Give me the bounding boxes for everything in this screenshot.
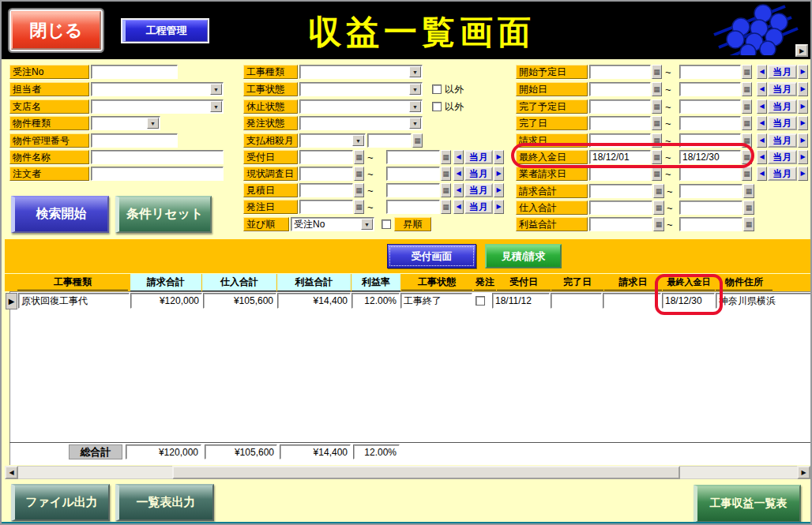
chevron-down-icon[interactable]: ▼ xyxy=(210,84,222,95)
prev-month-button[interactable]: ◀ xyxy=(757,150,767,164)
profit-total-to-input[interactable] xyxy=(679,217,742,231)
property-mgmt-no-input[interactable] xyxy=(91,133,178,148)
planned-start-date-to-input[interactable] xyxy=(679,65,741,79)
purchase-total-from-input[interactable] xyxy=(589,201,652,215)
header-expand-button[interactable]: ▶ xyxy=(795,44,808,57)
work-status-combo[interactable]: ▼ xyxy=(299,82,423,96)
end-date-from-input[interactable] xyxy=(589,116,651,130)
next-month-button[interactable]: ▶ xyxy=(494,200,504,214)
next-month-button[interactable]: ▶ xyxy=(798,167,808,181)
vendor-billing-date-to-input[interactable] xyxy=(679,167,741,181)
calendar-button[interactable]: ▦ xyxy=(652,167,662,181)
row-cell-profit-total[interactable]: ¥14,400 xyxy=(277,293,351,309)
calculator-button[interactable]: ▦ xyxy=(743,217,754,231)
calendar-button[interactable]: ▦ xyxy=(652,116,662,130)
property-type-combo[interactable]: ▼ xyxy=(91,116,160,130)
scroll-right-button[interactable]: ▶ xyxy=(797,466,810,479)
next-month-button[interactable]: ▶ xyxy=(494,150,504,164)
this-month-button[interactable]: 当月 xyxy=(768,150,797,164)
prev-month-button[interactable]: ◀ xyxy=(453,150,464,164)
payment-offset-month-input[interactable] xyxy=(367,133,412,148)
prev-month-button[interactable]: ◀ xyxy=(453,167,464,181)
row-cell-billing-total[interactable]: ¥120,000 xyxy=(130,293,202,309)
survey-date-from-input[interactable] xyxy=(299,167,353,181)
calculator-button[interactable]: ▦ xyxy=(653,201,664,215)
calendar-button[interactable]: ▦ xyxy=(441,183,451,197)
calendar-button[interactable]: ▦ xyxy=(652,65,662,79)
prev-month-button[interactable]: ◀ xyxy=(453,183,464,197)
prev-month-button[interactable]: ◀ xyxy=(757,116,767,130)
next-month-button[interactable]: ▶ xyxy=(798,99,808,114)
this-month-button[interactable]: 当月 xyxy=(464,200,493,214)
row-cell-final-deposit-date[interactable]: 18/12/30 xyxy=(662,293,715,309)
final-deposit-date-from-input[interactable] xyxy=(589,150,651,164)
calendar-button[interactable]: ▦ xyxy=(354,150,364,164)
calendar-button[interactable]: ▦ xyxy=(354,200,364,214)
property-name-input[interactable] xyxy=(91,150,224,164)
prev-month-button[interactable]: ◀ xyxy=(757,133,767,148)
chevron-down-icon[interactable]: ▼ xyxy=(409,66,421,77)
chevron-down-icon[interactable]: ▼ xyxy=(352,135,364,146)
reception-date-from-input[interactable] xyxy=(299,150,353,164)
estimate-date-to-input[interactable] xyxy=(386,183,440,197)
calculator-button[interactable]: ▦ xyxy=(653,217,664,231)
payment-offset-month-combo[interactable]: ▼ xyxy=(299,133,366,148)
record-selector[interactable]: ▶ xyxy=(6,293,17,309)
order-no-input[interactable] xyxy=(91,65,178,79)
calendar-button[interactable]: ▦ xyxy=(412,133,423,148)
row-ordered-checkbox[interactable] xyxy=(476,296,485,306)
end-date-to-input[interactable] xyxy=(679,116,741,130)
prev-month-button[interactable]: ◀ xyxy=(757,99,767,114)
calendar-button[interactable]: ▦ xyxy=(441,200,451,214)
row-cell-end-date[interactable] xyxy=(551,293,602,309)
calendar-button[interactable]: ▦ xyxy=(441,150,451,164)
calculator-button[interactable]: ▦ xyxy=(743,201,754,215)
chevron-down-icon[interactable]: ▼ xyxy=(409,118,421,129)
prev-month-button[interactable]: ◀ xyxy=(757,82,767,96)
calendar-button[interactable]: ▦ xyxy=(652,150,662,164)
next-month-button[interactable]: ▶ xyxy=(798,133,808,148)
vendor-billing-date-from-input[interactable] xyxy=(589,167,651,181)
this-month-button[interactable]: 当月 xyxy=(768,167,797,181)
billing-total-from-input[interactable] xyxy=(589,184,652,198)
estimate-invoice-button[interactable]: 見積/請求 xyxy=(485,244,562,268)
calendar-button[interactable]: ▦ xyxy=(742,150,752,164)
this-month-button[interactable]: 当月 xyxy=(768,133,797,148)
chevron-down-icon[interactable]: ▼ xyxy=(409,101,421,112)
reception-screen-button[interactable]: 受付画面 xyxy=(387,244,476,268)
this-month-button[interactable]: 当月 xyxy=(464,167,493,181)
process-management-button[interactable]: 工程管理 xyxy=(122,20,208,42)
order-date-to-input[interactable] xyxy=(386,200,440,214)
planned-end-date-to-input[interactable] xyxy=(679,99,741,114)
close-button[interactable]: 閉じる xyxy=(11,11,101,50)
purchase-total-to-input[interactable] xyxy=(679,201,742,215)
planned-end-date-from-input[interactable] xyxy=(589,99,651,114)
calendar-button[interactable]: ▦ xyxy=(652,99,662,114)
staff-combo[interactable]: ▼ xyxy=(91,82,224,96)
sort-order-combo[interactable]: 受注No▼ xyxy=(291,217,374,231)
start-date-from-input[interactable] xyxy=(589,82,651,96)
next-month-button[interactable]: ▶ xyxy=(494,167,504,181)
final-deposit-date-to-input[interactable] xyxy=(679,150,741,164)
profit-report-button[interactable]: 工事収益一覧表 xyxy=(694,485,801,523)
chevron-down-icon[interactable]: ▼ xyxy=(147,118,159,129)
condition-reset-button[interactable]: 条件リセット xyxy=(115,196,212,233)
calendar-button[interactable]: ▦ xyxy=(742,167,752,181)
this-month-button[interactable]: 当月 xyxy=(768,99,797,114)
suspend-status-combo[interactable]: ▼ xyxy=(299,99,423,114)
search-start-button[interactable]: 検索開始 xyxy=(11,196,109,233)
reception-date-to-input[interactable] xyxy=(386,150,440,164)
calendar-button[interactable]: ▦ xyxy=(742,82,752,96)
scrollbar-thumb[interactable] xyxy=(172,466,680,479)
row-cell-property-address[interactable]: 神奈川県横浜 xyxy=(716,293,812,309)
row-cell-billing-date[interactable] xyxy=(603,293,661,309)
next-month-button[interactable]: ▶ xyxy=(798,150,808,164)
order-status-combo[interactable]: ▼ xyxy=(299,116,423,130)
calendar-button[interactable]: ▦ xyxy=(652,133,662,148)
ascending-checkbox[interactable] xyxy=(382,219,391,229)
prev-month-button[interactable]: ◀ xyxy=(757,167,767,181)
chevron-down-icon[interactable]: ▼ xyxy=(361,219,373,230)
chevron-down-icon[interactable]: ▼ xyxy=(210,101,222,112)
calendar-button[interactable]: ▦ xyxy=(742,65,752,79)
order-date-from-input[interactable] xyxy=(299,200,353,214)
